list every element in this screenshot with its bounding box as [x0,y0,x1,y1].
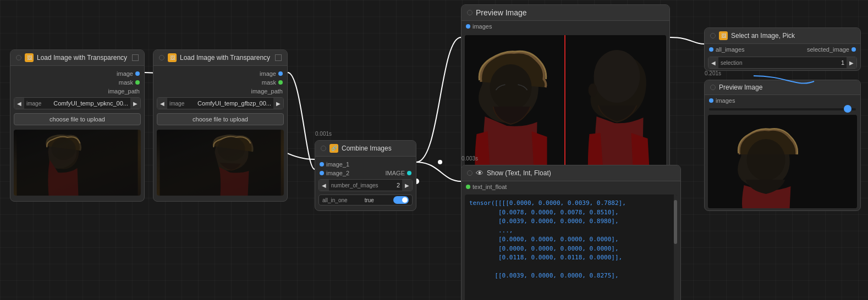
node-title: Combine Images [342,145,410,152]
image1-port-in: image_1 [315,160,416,169]
node-status-dot [16,55,21,60]
sel-prev-btn[interactable]: ◀ [708,57,718,68]
node-title: Show (Text, Int, Float) [487,169,675,177]
scrollbar[interactable] [674,195,677,300]
text-output-area: tensor([[[[0.0000, 0.0000, 0.0039, 0.788… [465,195,677,300]
load-image-1-header: 🖼 Load Image with Transparency [10,50,144,66]
preview-small-image [708,115,857,208]
upload-button-2[interactable]: choose file to upload [157,113,284,125]
mask-port-out: mask [10,78,144,87]
preview-main-header: Preview Image [462,5,669,21]
node-body: image_1 image_2 IMAGE ◀ number_of_images… [315,157,416,210]
num-prev-btn[interactable]: ◀ [319,180,329,191]
image-label: image [260,70,276,77]
images-label: images [716,97,735,104]
file-next-btn[interactable]: ▶ [130,98,140,109]
selected-image-label: selected_image [807,46,849,53]
mask-port-dot [278,80,283,85]
file-stepper[interactable]: ◀ image ComfyUI_temp_vpknc_00... ▶ [14,97,141,109]
toggle-value: true [365,197,374,203]
connection-combine-to-show [416,162,461,181]
combine-header: 🔗 Combine Images [315,141,416,157]
combine-images-node: 0.001s 🔗 Combine Images image_1 image_2 … [315,140,416,211]
image2-port-row: image_2 IMAGE [315,169,416,177]
toggle-label: all_in_one [322,197,348,203]
svg-point-11 [747,139,785,181]
connection-preview-to-select [670,37,704,44]
all-images-port: all_images [709,46,745,53]
connection-img2-to-combine [288,73,315,169]
image-preview-1 [14,130,141,196]
node-body: image mask image_path ◀ image ComfyUI_te… [153,66,287,201]
node-status-dot [467,10,473,15]
combine-timer: 0.001s [315,131,332,137]
num-images-row: ◀ number_of_images 2 ▶ [315,177,416,193]
node-icon: 🖼 [25,53,34,62]
preview-image-main-node: 0.058s Preview Image images [461,4,670,182]
select-icon: 🖼 [719,31,728,40]
slider-thumb[interactable] [844,105,851,113]
image-port-dot [135,71,140,76]
all-images-label: all_images [716,46,745,53]
all-in-one-toggle[interactable]: all_in_one true [318,195,413,205]
show-timer: 0.003s [462,155,478,162]
preview-image-small-node: 0.201s Preview Image images [704,80,861,211]
sel-next-btn[interactable]: ▶ [847,57,856,68]
file-next-btn[interactable]: ▶ [273,98,283,109]
node-checkbox[interactable] [132,54,139,61]
node-status-dot [710,85,716,90]
file-stepper[interactable]: ◀ image ComfyUI_temp_gfbzp_00... ▶ [157,97,284,109]
toggle-switch[interactable] [393,196,409,204]
select-ports: all_images selected_image [705,44,860,55]
show-text-node: 0.003s 👁 Show (Text, Int, Float) text_in… [461,165,681,300]
preview-main-timer: 0.058s [462,0,478,1]
preview-small-timer: 0.201s [705,70,721,76]
node-title: Preview Image [719,84,855,91]
preview-main-images [465,35,666,178]
selection-slider-track[interactable] [709,108,856,110]
num-next-btn[interactable]: ▶ [402,180,412,191]
image-path-label: image_path [108,88,140,95]
svg-point-4 [218,137,245,161]
image2-label: image_2 [326,170,349,176]
preview-image-right [565,35,666,178]
num-value: 2 [394,182,402,188]
node-icon: 🔗 [329,144,338,153]
num-label: number_of_images [329,182,394,188]
text-output-content: tensor([[[[0.0000, 0.0000, 0.0039, 0.788… [465,195,677,285]
node-body: image mask image_path ◀ image ComfyUI_te… [10,66,144,201]
image-out-dot [407,171,411,175]
upload-button-1[interactable]: choose file to upload [14,113,141,125]
preview-image-left [465,35,565,178]
selected-image-dot [851,47,856,52]
file-prev-btn[interactable]: ◀ [157,98,167,109]
mid-dot-1 [438,160,442,164]
text-port-dot [466,185,470,189]
image-label: image [117,70,133,77]
red-divider [564,35,565,178]
file-value: ComfyUI_temp_gfbzp_00... [195,100,273,107]
node-status-dot [321,146,326,151]
load-image-2-node: 🖼 Load Image with Transparency image mas… [153,49,288,202]
image-path-label: image_path [251,88,283,95]
node-title: Load Image with Transparency [180,54,272,62]
file-widget-row: ◀ image ComfyUI_temp_gfbzp_00... ▶ [153,96,287,111]
image1-port-dot [320,162,324,166]
mask-label: mask [119,79,133,86]
selection-stepper[interactable]: ◀ selection 1 ▶ [708,57,857,69]
node-checkbox[interactable] [275,54,282,61]
node-title: Preview Image [476,8,664,17]
all-images-dot [709,47,713,52]
image1-label: image_1 [326,161,349,168]
images-label: images [473,23,492,30]
selected-image-port: selected_image [807,46,856,53]
selection-slider-row [705,106,860,113]
text-label: text_int_float [473,184,507,190]
svg-point-9 [589,84,597,97]
node-title: Select an Image, Pick [731,32,855,40]
num-images-stepper[interactable]: ◀ number_of_images 2 ▶ [318,179,413,191]
all-in-one-row: all_in_one true [315,193,416,207]
preview-small-header: Preview Image [705,80,860,95]
file-prev-btn[interactable]: ◀ [14,98,24,109]
node-title: Load Image with Transparency [37,54,129,62]
